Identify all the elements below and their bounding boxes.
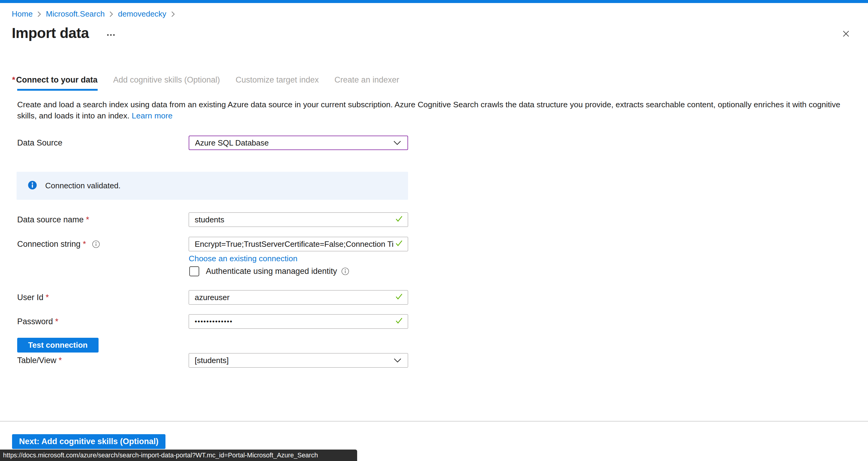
connection-string-label: Connection string * <box>17 237 100 251</box>
tab-add-cognitive-skills[interactable]: Add cognitive skills (Optional) <box>113 75 220 91</box>
data-source-label: Data Source <box>17 135 62 150</box>
required-marker: * <box>86 215 89 224</box>
breadcrumb-microsoft-search[interactable]: Microsoft.Search <box>46 9 104 19</box>
password-label: Password * <box>17 314 59 329</box>
required-marker: * <box>12 75 16 84</box>
close-icon[interactable] <box>841 28 851 39</box>
info-icon <box>28 181 37 191</box>
chevron-right-icon <box>37 11 41 18</box>
chevron-right-icon <box>171 11 175 18</box>
more-options-icon[interactable] <box>105 31 116 39</box>
link-hover-status-bar: https://docs.microsoft.com/azure/search/… <box>0 450 357 461</box>
data-source-name-input[interactable]: students <box>189 212 408 227</box>
managed-identity-row: Authenticate using managed identity <box>189 266 349 276</box>
user-id-label: User Id * <box>17 290 49 305</box>
active-tab-underline <box>17 89 98 91</box>
required-marker: * <box>83 240 86 249</box>
managed-identity-checkbox[interactable] <box>189 266 199 276</box>
required-marker: * <box>59 356 62 365</box>
banner-message: Connection validated. <box>45 181 121 190</box>
intro-text: Create and load a search index using dat… <box>17 99 852 121</box>
breadcrumb: Home Microsoft.Search demovedecky <box>12 9 175 19</box>
footer-divider <box>0 421 868 422</box>
required-marker: * <box>46 293 49 302</box>
valid-check-icon <box>395 292 404 303</box>
valid-check-icon <box>395 316 404 327</box>
user-id-input[interactable]: azureuser <box>189 290 408 305</box>
connection-validated-banner: Connection validated. <box>17 172 408 200</box>
tab-customize-target-index[interactable]: Customize target index <box>236 75 319 91</box>
managed-identity-label: Authenticate using managed identity <box>206 267 337 276</box>
data-source-dropdown[interactable]: Azure SQL Database <box>189 135 408 150</box>
chevron-right-icon <box>109 11 113 18</box>
choose-existing-connection-link[interactable]: Choose an existing connection <box>189 254 298 263</box>
tab-connect-to-your-data[interactable]: *Connect to your data <box>12 75 98 91</box>
import-data-page: Home Microsoft.Search demovedecky Import… <box>0 0 868 461</box>
password-input[interactable]: ••••••••••••• <box>189 314 408 329</box>
wizard-tabs: *Connect to your data Add cognitive skil… <box>12 75 399 91</box>
table-view-dropdown[interactable]: [students] <box>189 353 408 368</box>
connection-string-input[interactable]: Encrypt=True;TrustServerCertificate=Fals… <box>189 237 408 251</box>
portal-top-bar <box>0 0 868 3</box>
learn-more-link[interactable]: Learn more <box>132 111 173 120</box>
breadcrumb-home[interactable]: Home <box>12 9 33 19</box>
table-view-value: [students] <box>195 356 393 365</box>
info-outline-icon[interactable] <box>341 267 349 275</box>
chevron-down-icon <box>393 138 401 148</box>
next-step-button[interactable]: Next: Add cognitive skills (Optional) <box>12 434 165 449</box>
tab-create-an-indexer[interactable]: Create an indexer <box>335 75 399 91</box>
valid-check-icon <box>395 214 404 225</box>
status-url: https://docs.microsoft.com/azure/search/… <box>3 452 318 459</box>
test-connection-button[interactable]: Test connection <box>17 338 98 352</box>
valid-check-icon <box>395 239 404 250</box>
breadcrumb-demovedecky[interactable]: demovedecky <box>118 9 166 19</box>
table-view-label: Table/View * <box>17 353 62 368</box>
page-title: Import data <box>12 25 89 41</box>
required-marker: * <box>55 317 59 326</box>
data-source-value: Azure SQL Database <box>195 138 393 148</box>
info-outline-icon[interactable] <box>92 238 100 253</box>
data-source-name-label: Data source name * <box>17 212 89 227</box>
chevron-down-icon <box>393 356 402 365</box>
